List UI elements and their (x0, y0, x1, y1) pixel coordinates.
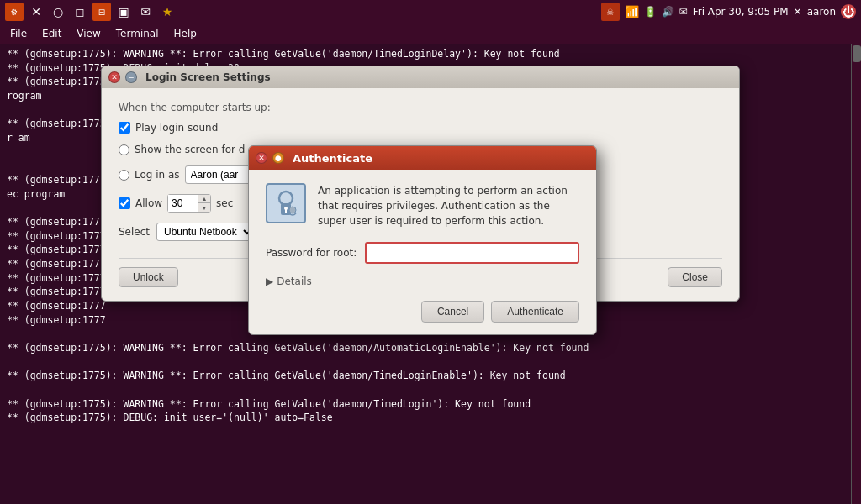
window-min-btn[interactable]: − (125, 71, 137, 83)
skull-icon[interactable]: ☠ (601, 3, 620, 21)
authenticate-button[interactable]: Authenticate (491, 301, 579, 323)
username: aaron (807, 6, 836, 18)
panel-right: ☠ 📶 🔋 🔊 ✉ Fri Apr 30, 9:05 PM ✕ aaron ⏻ (601, 3, 856, 21)
login-settings-title: Login Screen Settings (145, 71, 271, 83)
details-label: Details (277, 276, 312, 287)
auth-icon (266, 183, 306, 223)
menu-terminal[interactable]: Terminal (109, 26, 166, 41)
auth-dialog: ✕ ● Authenticate (248, 145, 597, 335)
user-icon: ✕ (794, 6, 802, 18)
show-screen-label: Show the screen for d (135, 144, 245, 155)
session-select[interactable]: Ubuntu Netbook Ubuntu Desktop (156, 223, 255, 241)
window-btn-4[interactable]: ⊟ (92, 3, 111, 21)
play-login-sound-checkbox[interactable] (119, 122, 130, 134)
svg-rect-3 (285, 209, 287, 213)
svg-point-0 (279, 192, 293, 205)
terminal-menu: File Edit View Terminal Help (0, 24, 861, 44)
panel-left: ⚙ ✕ ○ ◻ ⊟ ▣ ✉ ★ (5, 3, 177, 21)
log-in-as-radio[interactable] (119, 170, 129, 181)
spinner-down-btn[interactable]: ▼ (198, 203, 210, 212)
login-settings-titlebar: ✕ − Login Screen Settings (102, 66, 739, 88)
terminal-area: File Edit View Terminal Help ** (gdmsetu… (0, 24, 861, 504)
mail-icon: ✉ (679, 6, 688, 18)
svg-point-4 (289, 207, 296, 213)
auth-title: Authenticate (293, 152, 372, 165)
terminal-scrollbar[interactable] (851, 44, 861, 504)
auth-password-label: Password for root: (266, 247, 357, 259)
power-icon[interactable]: ⏻ (841, 4, 856, 19)
allow-checkbox[interactable] (119, 197, 130, 209)
auth-password-input[interactable] (365, 242, 579, 264)
play-login-sound-row: Play login sound (119, 122, 722, 134)
unlock-button[interactable]: Unlock (119, 267, 178, 287)
menu-help[interactable]: Help (167, 26, 203, 41)
allow-spinner: ▲ ▼ (167, 194, 211, 213)
battery-icon: 🔋 (644, 6, 657, 18)
auth-details-row[interactable]: ▶ Details (266, 276, 579, 287)
window-close-btn[interactable]: ✕ (108, 71, 120, 83)
auth-buttons: Cancel Authenticate (266, 301, 579, 323)
cancel-button[interactable]: Cancel (421, 301, 484, 323)
auth-min-btn[interactable]: ● (272, 152, 284, 164)
auth-close-btn[interactable]: ✕ (256, 152, 267, 164)
window-btn-7[interactable]: ★ (158, 3, 177, 21)
settings-section-label: When the computer starts up: (119, 102, 722, 113)
auth-message: An application is attempting to perform … (318, 183, 579, 228)
window-btn-3[interactable]: ◻ (71, 3, 89, 21)
window-btn-5[interactable]: ▣ (114, 3, 133, 21)
log-in-as-label: Log in as (135, 169, 180, 181)
auth-password-row: Password for root: (266, 242, 579, 264)
select-label: Select (119, 226, 150, 238)
datetime: Fri Apr 30, 9:05 PM (693, 6, 789, 18)
details-arrow: ▶ (266, 276, 273, 287)
menu-file[interactable]: File (3, 26, 34, 41)
auth-top-row: An application is attempting to perform … (266, 183, 579, 228)
allow-seconds-input[interactable] (168, 195, 198, 212)
wifi-icon: 📶 (625, 5, 639, 18)
window-btn-1[interactable]: ✕ (27, 3, 45, 21)
apps-icon[interactable]: ⚙ (5, 3, 24, 21)
volume-icon: 🔊 (662, 6, 674, 18)
menu-edit[interactable]: Edit (35, 26, 68, 41)
top-panel: ⚙ ✕ ○ ◻ ⊟ ▣ ✉ ★ ☠ 📶 🔋 🔊 ✉ Fri Apr 30, 9:… (0, 0, 861, 24)
spinner-up-btn[interactable]: ▲ (198, 195, 210, 203)
allow-label: Allow (135, 197, 162, 209)
allow-suffix: sec (216, 197, 233, 209)
menu-view[interactable]: View (70, 26, 107, 41)
close-button[interactable]: Close (668, 267, 722, 287)
auth-icon-wrapper (266, 183, 306, 223)
play-login-sound-label: Play login sound (135, 122, 218, 134)
window-btn-6[interactable]: ✉ (136, 3, 155, 21)
lock-key-icon (272, 188, 299, 218)
auth-titlebar: ✕ ● Authenticate (249, 146, 596, 170)
window-btn-2[interactable]: ○ (49, 3, 67, 21)
auth-body: An application is attempting to perform … (249, 170, 596, 334)
show-screen-radio[interactable] (119, 144, 129, 155)
